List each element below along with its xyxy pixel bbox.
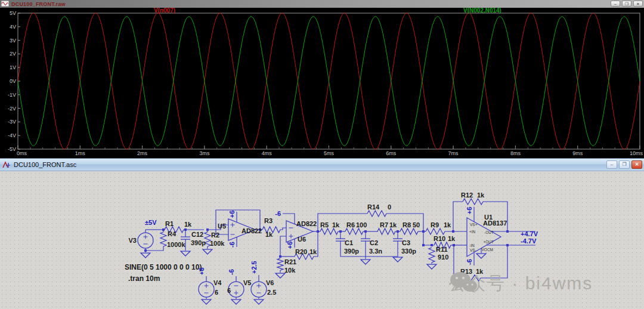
- ground-C12[interactable]: [181, 251, 190, 256]
- label-R6[interactable]: R6: [346, 221, 355, 228]
- value-R14[interactable]: 0: [388, 203, 391, 211]
- waveform-plot[interactable]: 5V4V3V2V1V0V-1V-2V-3V-4V-5V0ms1ms2ms3ms4…: [0, 8, 644, 158]
- capacitor-C2[interactable]: [361, 239, 370, 241]
- ground-R2[interactable]: [203, 249, 212, 254]
- label-R7[interactable]: R7: [380, 221, 388, 228]
- value-C2[interactable]: 3.3n: [369, 248, 382, 255]
- value-R10[interactable]: 1k: [448, 235, 456, 242]
- resistor-R9[interactable]: [426, 228, 445, 234]
- value-R21[interactable]: 10k: [284, 267, 296, 274]
- wire[interactable]: [280, 228, 286, 230]
- value-R2[interactable]: 100k: [210, 240, 225, 247]
- wire[interactable]: [145, 246, 163, 251]
- wire[interactable]: [280, 236, 286, 257]
- restore-button[interactable]: ❐: [619, 160, 630, 169]
- wire[interactable]: [423, 231, 434, 245]
- label-V6[interactable]: V6: [266, 279, 274, 286]
- label-R3[interactable]: R3: [264, 217, 273, 224]
- label-R11[interactable]: R11: [436, 246, 448, 253]
- wire[interactable]: [283, 214, 295, 224]
- resistor-R5[interactable]: [320, 228, 338, 234]
- ground-R21[interactable]: [275, 273, 285, 278]
- ground-C3[interactable]: [393, 257, 402, 262]
- value-C12[interactable]: 390p: [191, 239, 206, 246]
- resistor-R7[interactable]: [377, 228, 395, 234]
- wire[interactable]: [453, 202, 463, 231]
- label-R10[interactable]: R10: [434, 235, 445, 242]
- value-R4[interactable]: 1000k: [167, 241, 185, 248]
- label-C1[interactable]: C1: [345, 239, 353, 246]
- part-U1[interactable]: AD8137: [483, 220, 507, 227]
- label-R5[interactable]: R5: [320, 221, 329, 228]
- value-R3[interactable]: 1k: [265, 231, 273, 238]
- value-V5[interactable]: 6: [227, 287, 231, 294]
- wire[interactable]: [454, 245, 457, 278]
- resistor-R11[interactable]: [429, 248, 435, 262]
- trace-label-V(n007)[interactable]: V(n007): [154, 8, 175, 14]
- value-V4[interactable]: 6: [215, 289, 218, 296]
- value-R12[interactable]: 1k: [477, 191, 485, 199]
- trace-label-V(N002,N014)[interactable]: V(N002,N014): [463, 8, 501, 14]
- restore-button[interactable]: ❐: [622, 1, 631, 7]
- value-R8[interactable]: 50: [413, 221, 420, 228]
- label-C3[interactable]: C3: [402, 239, 410, 246]
- value-R5[interactable]: 1k: [332, 221, 340, 228]
- label-R9[interactable]: R9: [431, 221, 439, 228]
- resistor-R8[interactable]: [400, 228, 418, 234]
- value-R9[interactable]: 1k: [444, 221, 451, 228]
- value-R6[interactable]: 100: [356, 221, 367, 228]
- label-R14[interactable]: R14: [367, 203, 380, 211]
- resistor-R13[interactable]: [457, 275, 481, 281]
- part-U5[interactable]: AD822: [242, 227, 262, 234]
- value-V6[interactable]: 2.5: [267, 289, 276, 296]
- capacitor-C12[interactable]: [181, 237, 190, 239]
- value-R7[interactable]: 1k: [389, 221, 397, 228]
- label-C12[interactable]: C12: [191, 231, 203, 238]
- directive-tran[interactable]: .tran 10m: [128, 274, 160, 283]
- schematic-canvas[interactable]: ±5VV3R41000kR11kC12390pR2100kU5AD822+6-6…: [0, 171, 644, 309]
- ground-V5[interactable]: [231, 299, 241, 304]
- resistor-R21[interactable]: [277, 258, 283, 270]
- label-V5[interactable]: V5: [243, 279, 251, 286]
- value-R13[interactable]: 1k: [476, 268, 484, 275]
- resistor-R4[interactable]: [160, 232, 166, 246]
- close-button[interactable]: ✕: [631, 160, 642, 169]
- label-U5[interactable]: U5: [218, 223, 226, 230]
- part-U6[interactable]: AD822: [296, 220, 317, 227]
- ground-rail[interactable]: [361, 259, 370, 264]
- label-V3[interactable]: V3: [129, 237, 137, 244]
- label-R1[interactable]: R1: [165, 220, 174, 227]
- value-C1[interactable]: 390p: [344, 248, 359, 255]
- schematic-titlebar[interactable]: DCU100_FRONT.asc – ❐ ✕: [0, 159, 644, 171]
- label-R2[interactable]: R2: [211, 231, 219, 239]
- value-R1[interactable]: 1k: [184, 221, 192, 228]
- value-R11[interactable]: 910: [438, 254, 448, 261]
- ground-V3[interactable]: [141, 253, 150, 258]
- close-button[interactable]: ✕: [633, 1, 643, 7]
- value-R20[interactable]: 1k: [309, 248, 317, 255]
- resistor-R14[interactable]: [367, 211, 386, 217]
- label-R12[interactable]: R12: [461, 191, 473, 199]
- capacitor-C1[interactable]: [336, 239, 345, 241]
- minimize-button[interactable]: –: [611, 1, 620, 7]
- resistor-R12[interactable]: [463, 199, 483, 205]
- label-R8[interactable]: R8: [402, 221, 411, 228]
- label-R13[interactable]: R13: [460, 268, 472, 275]
- label-U6[interactable]: U6: [298, 236, 306, 243]
- schematic-drawing[interactable]: ±5VV3R41000kR11kC12390pR2100kU5AD822+6-6…: [0, 171, 644, 309]
- waveform-titlebar[interactable]: DCU100_FRONT.raw – ❐ ✕: [0, 0, 644, 8]
- value-C3[interactable]: 330p: [401, 248, 416, 255]
- ground-V6[interactable]: [254, 299, 264, 304]
- ground-V4[interactable]: [202, 299, 211, 304]
- label-R20[interactable]: R20: [295, 248, 307, 255]
- directive-sine[interactable]: SINE(0 5 1000 0 0 0 10): [125, 263, 202, 271]
- capacitor-C3[interactable]: [393, 239, 402, 241]
- ground-R11[interactable]: [427, 264, 436, 269]
- label-R21[interactable]: R21: [284, 258, 296, 265]
- resistor-R6[interactable]: [345, 228, 363, 234]
- label-R4[interactable]: R4: [168, 230, 177, 237]
- minimize-button[interactable]: –: [606, 160, 617, 169]
- label-V4[interactable]: V4: [213, 279, 222, 286]
- label-C2[interactable]: C2: [370, 239, 378, 246]
- ground-VOCM[interactable]: [476, 254, 486, 258]
